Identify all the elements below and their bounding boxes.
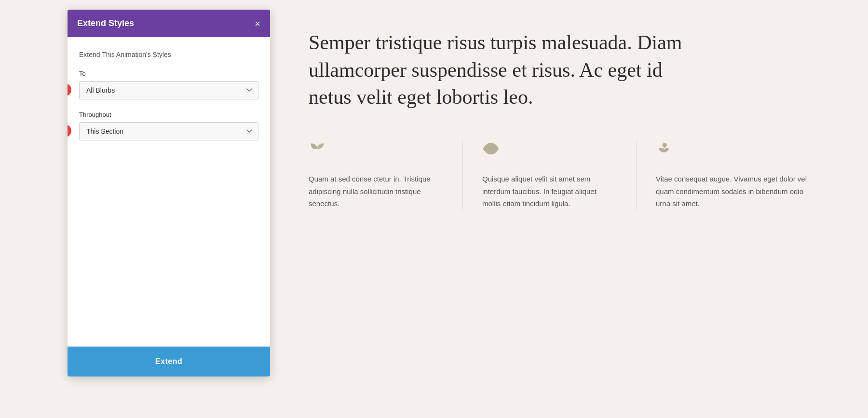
throughout-select[interactable]: This Section Entire Page All Pages: [79, 122, 258, 140]
to-select[interactable]: All Blurbs This Blurb All Modules: [79, 81, 258, 99]
modal-subtitle: Extend This Animation's Styles: [79, 51, 258, 58]
hand-heart-icon: [656, 140, 810, 161]
blurb-text-3: Vitae consequat augue. Vivamus eget dolo…: [656, 173, 810, 210]
blurb-text-1: Quam at sed conse ctetur in. Tristique a…: [309, 173, 443, 210]
form-label-to: To: [79, 70, 258, 77]
step-badge-1: 1: [68, 84, 71, 96]
blurb-item-2: Quisque aliquet velit sit amet sem inter…: [482, 140, 637, 210]
form-label-throughout: Throughout: [79, 111, 258, 118]
blurb-item-1: Quam at sed conse ctetur in. Tristique a…: [309, 140, 463, 210]
plant-icon: [309, 140, 443, 161]
extend-styles-modal: Extend Styles × Extend This Animation's …: [68, 10, 270, 376]
blurb-text-2: Quisque aliquet velit sit amet sem inter…: [482, 173, 617, 210]
modal-title: Extend Styles: [77, 18, 134, 28]
extend-button[interactable]: Extend: [68, 347, 270, 376]
blurbs-grid: Quam at sed conse ctetur in. Tristique a…: [309, 140, 829, 210]
svg-point-0: [489, 147, 493, 151]
modal-close-button[interactable]: ×: [255, 19, 260, 28]
modal-footer: Extend: [68, 347, 270, 376]
modal-header: Extend Styles ×: [68, 10, 270, 37]
hero-text: Semper tristique risus turpis malesuada.…: [309, 29, 685, 111]
form-group-to: 1 To All Blurbs This Blurb All Modules: [79, 70, 258, 99]
main-content: Semper tristique risus turpis malesuada.…: [270, 0, 868, 418]
step-badge-2: 2: [68, 125, 71, 137]
form-group-throughout: 2 Throughout This Section Entire Page Al…: [79, 111, 258, 140]
blurb-item-3: Vitae consequat augue. Vivamus eget dolo…: [656, 140, 829, 210]
eye-icon: [482, 140, 617, 161]
modal-body: Extend This Animation's Styles 1 To All …: [68, 37, 270, 347]
